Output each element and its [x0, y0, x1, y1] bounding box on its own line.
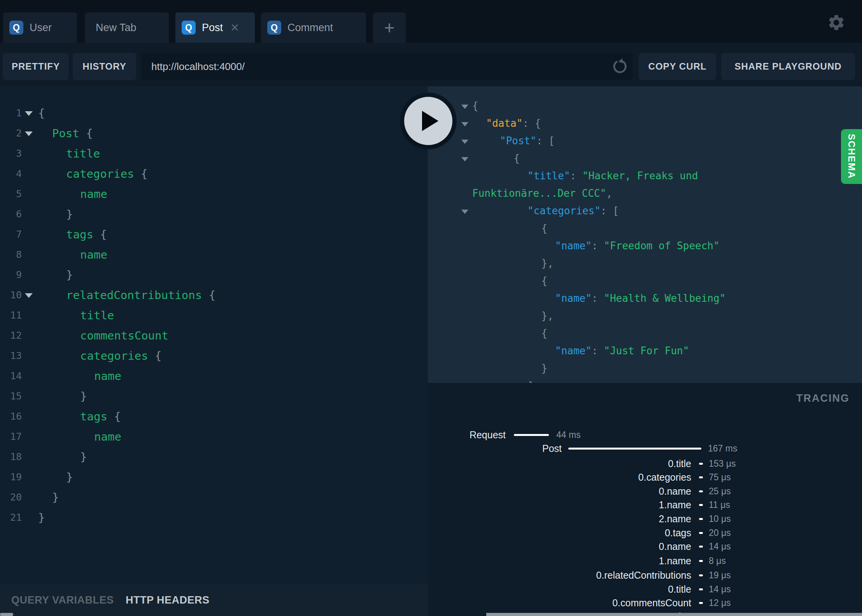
code-token: }, [541, 257, 554, 269]
fold-arrow-icon[interactable] [461, 210, 468, 214]
query-variables-tab[interactable]: QUERY VARIABLES [11, 584, 114, 616]
response-text: "Post": [ [500, 132, 555, 150]
fold-arrow-icon[interactable] [25, 293, 33, 298]
response-text: "data": { [486, 115, 541, 132]
query-line[interactable]: 20} [0, 487, 428, 508]
editor-footer: QUERY VARIABLES HTTP HEADERS [0, 584, 428, 616]
response-text: "name": "Health & Wellbeing" [555, 290, 725, 307]
code-text: } [66, 204, 73, 224]
http-headers-tab[interactable]: HTTP HEADERS [126, 584, 210, 616]
share-playground-button[interactable]: SHARE PLAYGROUND [721, 53, 855, 80]
copy-curl-button[interactable]: COPY CURL [639, 53, 716, 80]
query-line[interactable]: 19} [0, 467, 428, 487]
query-line[interactable]: 21} [0, 508, 428, 528]
query-editor[interactable]: 1{2Post {3title4categories {5name6}7tags… [0, 86, 428, 584]
query-line[interactable]: 9} [0, 265, 428, 285]
trace-label: 1.name [428, 554, 691, 568]
code-token: { [141, 167, 147, 180]
response-text: } [541, 360, 548, 377]
response-row: }, [428, 255, 862, 272]
code-token: { [38, 107, 45, 120]
execute-button[interactable] [404, 97, 452, 145]
line-number: 4 [0, 164, 22, 184]
tab-comment[interactable]: QComment [261, 12, 366, 43]
trace-time: 153 μs [709, 457, 736, 471]
code-token: "data" [486, 117, 523, 129]
trace-span: Post167 ms [428, 441, 862, 455]
query-line[interactable]: 15} [0, 386, 428, 406]
code-token: "Hacker, Freaks und [582, 170, 698, 182]
trace-label: 0.relatedContributions [428, 568, 691, 582]
query-line[interactable]: 10relatedContributions { [0, 285, 428, 305]
settings-gear-icon[interactable] [827, 13, 846, 32]
response-text: }, [541, 307, 554, 325]
url-input[interactable] [141, 61, 611, 73]
code-text: { [38, 103, 45, 123]
code-token: "Health & Wellbeing" [604, 292, 725, 304]
query-line[interactable]: 4categories { [0, 164, 428, 184]
query-line[interactable]: 7tags { [0, 224, 428, 245]
code-token: : [522, 117, 534, 129]
code-token: Funktionäre...Der CCC" [472, 187, 606, 199]
trace-label: Post [428, 441, 562, 455]
response-row: } [428, 360, 862, 377]
code-token: : [592, 240, 604, 252]
line-number: 2 [0, 123, 22, 144]
fold-arrow-icon[interactable] [461, 157, 468, 161]
endpoint-url-bar [141, 53, 633, 80]
code-token: { [86, 127, 93, 140]
graphql-playground-window: { "tabs": [ {"badge":"Q","label":"User",… [0, 0, 862, 616]
fold-arrow-icon[interactable] [461, 122, 468, 126]
query-line[interactable]: 3title [0, 144, 428, 164]
query-badge-icon: Q [267, 21, 281, 35]
tab-user[interactable]: QUser [3, 12, 77, 43]
query-line[interactable]: 11title [0, 305, 428, 326]
query-line[interactable]: 2Post { [0, 123, 428, 144]
query-line[interactable]: 14name [0, 366, 428, 386]
tab-new-tab[interactable]: New Tab [85, 12, 169, 43]
history-button[interactable]: HISTORY [73, 53, 136, 80]
code-token: categories [80, 349, 155, 362]
add-tab-button[interactable]: + [373, 12, 406, 43]
schema-tab[interactable]: SCHEMA [841, 129, 862, 184]
query-line[interactable]: 5name [0, 184, 428, 204]
reload-icon[interactable] [611, 58, 627, 75]
query-line[interactable]: 13categories { [0, 346, 428, 366]
code-token: [ [548, 135, 555, 147]
trace-span: 0.categories75 μs [428, 470, 862, 484]
line-number: 9 [0, 265, 22, 285]
trace-bar [699, 574, 703, 576]
trace-span: 1.name8 μs [428, 554, 862, 568]
query-line[interactable]: 12commentsCount [0, 326, 428, 346]
query-line[interactable]: 17name [0, 427, 428, 447]
prettify-button[interactable]: PRETTIFY [3, 53, 69, 80]
fold-arrow-icon[interactable] [461, 140, 468, 144]
code-token: commentsCount [80, 329, 168, 342]
response-text: { [541, 325, 548, 342]
query-line[interactable]: 18} [0, 447, 428, 467]
query-line[interactable]: 16tags { [0, 406, 428, 427]
close-icon[interactable]: × [231, 21, 239, 35]
tab-post[interactable]: QPost× [175, 12, 255, 43]
code-token: title [80, 309, 114, 322]
response-row: { [428, 150, 862, 167]
trace-bar [699, 560, 703, 562]
fold-arrow-icon[interactable] [25, 131, 33, 136]
code-token: "Just For Fun" [604, 345, 689, 357]
code-token: relatedContributions [66, 289, 209, 302]
tracing-horizontal-scrollbar[interactable] [486, 613, 862, 616]
trace-time: 10 μs [709, 512, 731, 526]
left-horizontal-scrollbar[interactable] [0, 613, 13, 616]
query-line[interactable]: 6} [0, 204, 428, 224]
code-text: Post { [52, 123, 93, 144]
fold-arrow-icon[interactable] [25, 111, 33, 116]
code-token: : [536, 135, 548, 147]
trace-bar [699, 602, 703, 604]
trace-time: 25 μs [709, 484, 731, 498]
trace-label: 2.name [428, 512, 691, 526]
trace-label: 0.commentsCount [428, 596, 691, 610]
line-number: 7 [0, 224, 22, 245]
query-line[interactable]: 8name [0, 245, 428, 265]
query-line[interactable]: 1{ [0, 103, 428, 123]
fold-arrow-icon[interactable] [461, 105, 468, 109]
